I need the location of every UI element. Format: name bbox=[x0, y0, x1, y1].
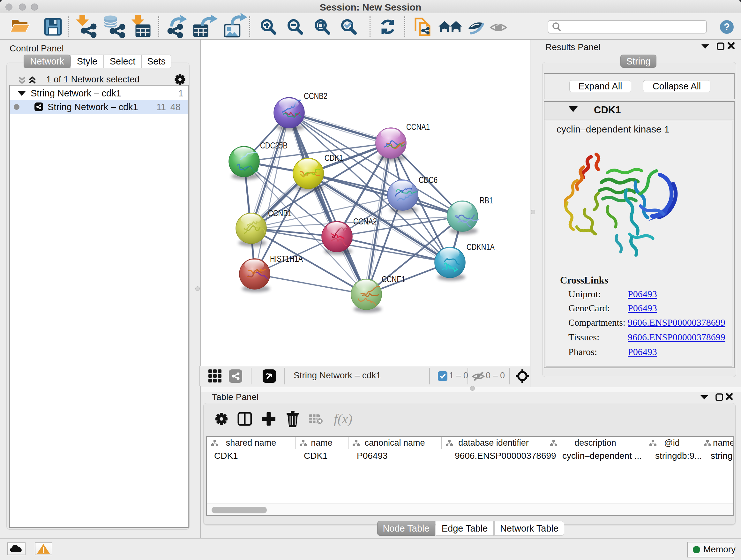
svg-text:CDKN1A: CDKN1A bbox=[467, 242, 495, 252]
svg-text:CDC6: CDC6 bbox=[419, 175, 437, 185]
svg-text:CDK1: CDK1 bbox=[325, 153, 343, 163]
svg-text:RB1: RB1 bbox=[480, 196, 493, 205]
svg-text:CCNB1: CCNB1 bbox=[268, 208, 292, 218]
svg-text:CCNA1: CCNA1 bbox=[406, 122, 430, 132]
svg-text:HIST1H1A: HIST1H1A bbox=[270, 254, 303, 264]
svg-text:f(x): f(x) bbox=[334, 412, 352, 427]
svg-text:CCNA2: CCNA2 bbox=[353, 217, 377, 226]
svg-text:CCNB2: CCNB2 bbox=[304, 91, 327, 101]
svg-text:CDC25B: CDC25B bbox=[260, 141, 287, 150]
svg-text:CCNE1: CCNE1 bbox=[382, 274, 405, 284]
